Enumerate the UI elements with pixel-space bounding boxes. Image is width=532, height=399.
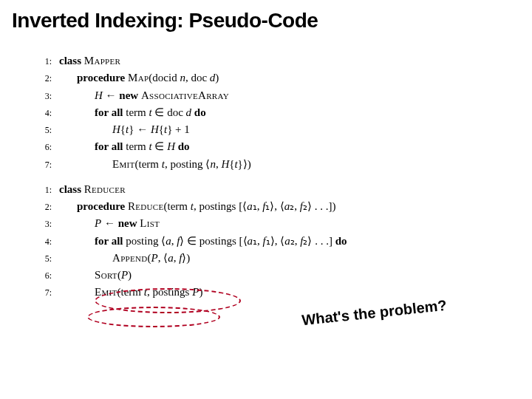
code-line: 7:Emit(term t, postings P) — [33, 284, 520, 299]
line-number: 5: — [33, 124, 52, 136]
code-line: 3:H ← new AssociativeArray — [33, 88, 520, 103]
line-number: 4: — [33, 107, 52, 119]
line-content: for all term t ∈ doc d do — [59, 105, 206, 120]
line-content: Sort(P) — [59, 267, 132, 282]
code-line: 5:Append(P, ⟨a, f⟩) — [33, 250, 520, 265]
line-content: H{t} ← H{t} + 1 — [59, 122, 190, 137]
line-content: class Reducer — [59, 182, 126, 197]
line-number: 1: — [33, 184, 52, 196]
slide: Inverted Indexing: Pseudo-Code 1:class M… — [0, 0, 532, 399]
code-line: 3:P ← new List — [33, 216, 520, 231]
line-content: for all term t ∈ H do — [59, 139, 190, 154]
line-content: H ← new AssociativeArray — [59, 88, 229, 103]
code-line: 7:Emit(term t, posting ⟨n, H{t}⟩) — [33, 157, 520, 171]
line-number: 6: — [33, 141, 52, 153]
code-line: 4:for all posting ⟨a, f⟩ ∈ postings [⟨a₁… — [33, 233, 520, 248]
code-line: 5:H{t} ← H{t} + 1 — [33, 122, 520, 137]
line-number: 6: — [33, 270, 52, 282]
line-content: procedure Map(docid n, doc d) — [59, 70, 219, 85]
line-number: 1: — [33, 55, 52, 67]
code-line: 4:for all term t ∈ doc d do — [33, 105, 520, 120]
line-content: Append(P, ⟨a, f⟩) — [59, 250, 190, 265]
code-line: 2:procedure Reduce(term t, postings [⟨a₁… — [33, 199, 520, 214]
line-number: 5: — [33, 253, 52, 265]
line-content: for all posting ⟨a, f⟩ ∈ postings [⟨a₁, … — [59, 233, 347, 248]
line-number: 7: — [33, 287, 52, 299]
line-content: Emit(term t, postings P) — [59, 284, 202, 299]
line-number: 4: — [33, 236, 52, 248]
annotation-text: What's the problem? — [301, 297, 447, 329]
line-content: class Mapper — [59, 53, 120, 68]
line-number: 3: — [33, 90, 52, 102]
code-line: 6:for all term t ∈ H do — [33, 139, 520, 154]
line-number: 2: — [33, 201, 52, 213]
page-title: Inverted Indexing: Pseudo-Code — [12, 9, 520, 33]
line-content: P ← new List — [59, 216, 160, 231]
code-line: 1:class Reducer — [33, 182, 520, 197]
code-line: 1:class Mapper — [33, 53, 520, 68]
line-content: procedure Reduce(term t, postings [⟨a₁, … — [59, 199, 336, 214]
line-number: 7: — [33, 159, 52, 171]
reducer-code: 1:class Reducer2:procedure Reduce(term t… — [33, 182, 520, 300]
line-number: 2: — [33, 72, 52, 84]
code-line: 6:Sort(P) — [33, 267, 520, 282]
line-content: Emit(term t, posting ⟨n, H{t}⟩) — [59, 157, 251, 171]
line-number: 3: — [33, 218, 52, 230]
code-line: 2:procedure Map(docid n, doc d) — [33, 70, 520, 85]
highlight-ellipse-sort — [87, 307, 220, 327]
mapper-code: 1:class Mapper2:procedure Map(docid n, d… — [33, 53, 520, 171]
